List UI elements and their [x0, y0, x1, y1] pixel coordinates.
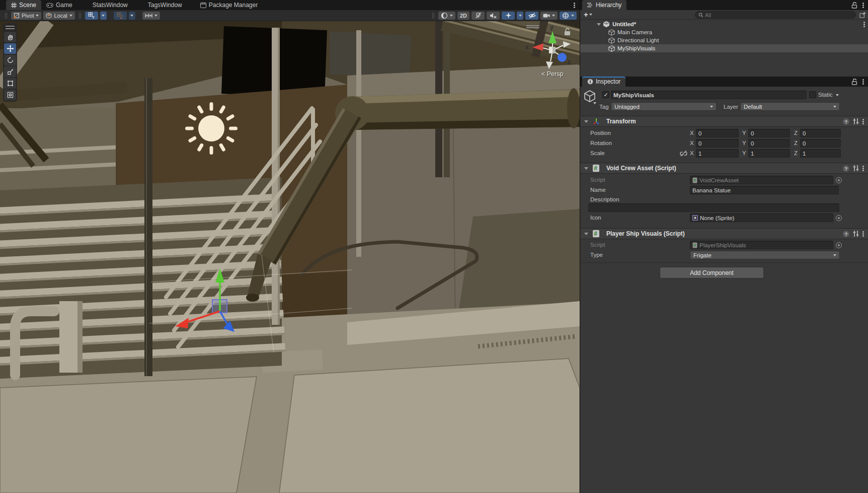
toolbar-drag-handle[interactable] [5, 13, 7, 19]
static-checkbox[interactable] [809, 91, 816, 98]
description-input[interactable] [591, 205, 837, 211]
object-picker-icon[interactable] [836, 215, 842, 221]
position-x-field[interactable] [696, 129, 739, 137]
hierarchy-search-input[interactable] [705, 12, 852, 18]
position-x-input[interactable] [698, 130, 736, 136]
rotation-y-field[interactable] [748, 139, 790, 148]
hand-tool-button[interactable] [4, 32, 16, 42]
lock-icon[interactable] [851, 2, 857, 9]
tab-game[interactable]: Game [41, 0, 77, 10]
move-tool-button[interactable] [4, 43, 16, 54]
void-crew-asset-header[interactable]: # Void Crew Asset (Script) ? [580, 163, 868, 174]
name-input[interactable] [692, 187, 836, 193]
position-y-input[interactable] [751, 130, 787, 136]
grid-visibility-button[interactable]: Y [85, 12, 98, 20]
rotation-z-field[interactable] [800, 139, 841, 148]
add-component-button[interactable]: Add Component [660, 267, 764, 278]
script-object-field[interactable]: # PlayerShipVisuals [690, 241, 833, 249]
object-picker-icon[interactable] [836, 242, 842, 248]
foldout-icon[interactable] [584, 167, 588, 170]
scale-x-field[interactable] [696, 149, 739, 158]
effects-dropdown[interactable] [517, 12, 523, 20]
popout-icon[interactable] [859, 12, 866, 18]
position-z-field[interactable] [800, 129, 841, 137]
layer-dropdown[interactable]: Default [740, 102, 840, 111]
player-ship-visuals-header[interactable]: # Player Ship Visuals (Script) ? [580, 228, 868, 239]
persp-label[interactable]: < Persp [541, 71, 563, 78]
audio-mute-button[interactable] [487, 12, 500, 20]
gizmo-z-ball[interactable] [558, 53, 567, 62]
description-field[interactable] [588, 203, 839, 212]
scene-visibility-button[interactable] [525, 12, 538, 20]
tab-tagswindow[interactable]: TagsWindow [143, 0, 187, 10]
component-menu-icon[interactable] [862, 165, 864, 172]
foldout-icon[interactable] [597, 23, 601, 26]
gameobject-name-input[interactable] [613, 92, 804, 98]
transform-header[interactable]: Transform ? [580, 116, 868, 127]
shading-mode-button[interactable] [438, 12, 455, 20]
scene-row-menu-icon[interactable] [863, 21, 865, 28]
help-icon[interactable]: ? [843, 165, 849, 172]
gameobject-icon[interactable] [583, 90, 596, 103]
snap-increment-dropdown[interactable] [129, 12, 135, 20]
component-menu-icon[interactable] [862, 118, 864, 125]
scale-tool-button[interactable] [4, 66, 16, 77]
static-dropdown[interactable] [836, 94, 839, 96]
rect-tool-button[interactable] [4, 78, 16, 89]
hierarchy-search[interactable] [695, 11, 856, 19]
scene-pane-menu-icon[interactable] [574, 2, 576, 9]
component-menu-icon[interactable] [862, 231, 864, 237]
help-icon[interactable]: ? [843, 231, 849, 237]
rotation-z-input[interactable] [803, 140, 838, 147]
hierarchy-menu-icon[interactable] [862, 2, 864, 9]
hierarchy-item-myshipvisuals[interactable]: MyShipVisuals [580, 44, 868, 52]
tab-scene[interactable]: Scene [6, 0, 41, 10]
scene-camera-button[interactable] [540, 12, 558, 20]
active-checkbox[interactable]: ✓ [602, 91, 609, 98]
scale-y-input[interactable] [751, 151, 787, 157]
tools-drag-handle[interactable] [6, 26, 15, 29]
tab-hierarchy[interactable]: Hierarchy [582, 0, 626, 10]
scale-z-input[interactable] [803, 151, 838, 157]
create-object-button[interactable]: + [580, 11, 592, 18]
script-object-field[interactable]: # VoidCrewAsset [690, 176, 833, 184]
scene-root-row[interactable]: Untitled* [580, 20, 868, 28]
rotation-x-field[interactable] [696, 139, 739, 148]
position-y-field[interactable] [748, 129, 790, 137]
foldout-icon[interactable] [584, 233, 588, 235]
grid-size-button[interactable] [142, 12, 160, 20]
scene-lighting-button[interactable] [471, 12, 485, 20]
hierarchy-item-directional-light[interactable]: Directional Light [580, 36, 868, 44]
tab-inspector[interactable]: Inspector [582, 77, 625, 87]
name-field[interactable] [690, 186, 839, 194]
snap-increment-button[interactable] [114, 12, 127, 20]
position-z-input[interactable] [803, 130, 838, 136]
help-icon[interactable]: ? [843, 118, 849, 125]
hierarchy-item-main-camera[interactable]: Main Camera [580, 28, 868, 36]
inspector-menu-icon[interactable] [862, 79, 864, 85]
rotate-tool-button[interactable] [4, 55, 16, 65]
scale-z-field[interactable] [800, 149, 841, 158]
type-dropdown[interactable]: Frigate [690, 251, 840, 259]
tab-package-manager[interactable]: Package Manager [195, 0, 263, 10]
tab-statswindow[interactable]: StatsWindow [88, 0, 133, 10]
gameobject-icon-dropdown[interactable] [593, 102, 596, 104]
presets-icon[interactable] [852, 165, 859, 172]
pivot-mode-button[interactable]: Pivot [11, 12, 41, 20]
presets-icon[interactable] [852, 230, 859, 237]
scene-viewport-render[interactable]: y x z < Persp < Persp [0, 21, 580, 493]
rotation-x-input[interactable] [698, 140, 736, 147]
scale-x-input[interactable] [698, 151, 736, 157]
grid-visibility-dropdown[interactable] [100, 12, 107, 20]
scale-y-field[interactable] [748, 149, 790, 158]
gameobject-name-field[interactable] [611, 91, 807, 99]
icon-object-field[interactable]: None (Sprite) [690, 214, 833, 222]
gizmos-toggle-button[interactable] [560, 12, 577, 20]
scale-link-icon[interactable] [680, 150, 687, 157]
lock-icon[interactable] [851, 79, 857, 85]
scene-viewport[interactable]: y x z < Persp < Persp [0, 21, 580, 493]
presets-icon[interactable] [852, 118, 859, 125]
foldout-icon[interactable] [584, 120, 588, 123]
transform-tool-button[interactable] [4, 90, 16, 100]
object-picker-icon[interactable] [836, 177, 842, 183]
